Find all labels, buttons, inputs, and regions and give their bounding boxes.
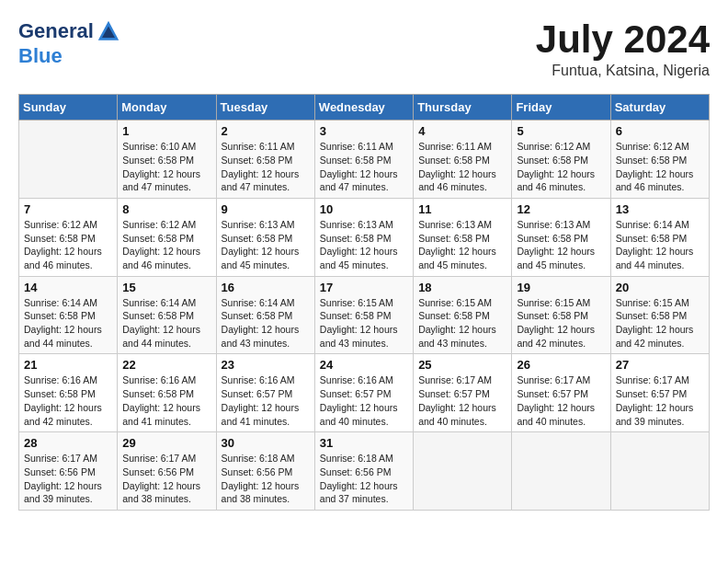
- calendar-week-2: 7Sunrise: 6:12 AMSunset: 6:58 PMDaylight…: [19, 198, 710, 276]
- day-info: Sunrise: 6:18 AMSunset: 6:56 PMDaylight:…: [320, 452, 408, 506]
- calendar-cell: 16Sunrise: 6:14 AMSunset: 6:58 PMDayligh…: [216, 276, 314, 354]
- day-info: Sunrise: 6:17 AMSunset: 6:56 PMDaylight:…: [122, 452, 210, 506]
- day-info: Sunrise: 6:15 AMSunset: 6:58 PMDaylight:…: [616, 296, 704, 350]
- day-of-week-monday: Monday: [118, 95, 216, 121]
- calendar-cell: 31Sunrise: 6:18 AMSunset: 6:56 PMDayligh…: [314, 432, 413, 511]
- day-of-week-friday: Friday: [512, 95, 610, 121]
- calendar-cell: 27Sunrise: 6:17 AMSunset: 6:57 PMDayligh…: [610, 354, 709, 432]
- calendar-cell: 12Sunrise: 6:13 AMSunset: 6:58 PMDayligh…: [512, 198, 610, 276]
- day-number: 7: [24, 202, 112, 216]
- logo-icon: [96, 18, 121, 44]
- calendar-cell: 19Sunrise: 6:15 AMSunset: 6:58 PMDayligh…: [512, 276, 610, 354]
- day-info: Sunrise: 6:15 AMSunset: 6:58 PMDaylight:…: [517, 296, 605, 350]
- day-info: Sunrise: 6:11 AMSunset: 6:58 PMDaylight:…: [222, 140, 310, 194]
- calendar-cell: 21Sunrise: 6:16 AMSunset: 6:58 PMDayligh…: [19, 354, 118, 432]
- calendar-cell: 3Sunrise: 6:11 AMSunset: 6:58 PMDaylight…: [314, 121, 413, 199]
- day-number: 6: [616, 124, 704, 138]
- day-info: Sunrise: 6:13 AMSunset: 6:58 PMDaylight:…: [222, 218, 310, 272]
- page-header: General Blue July 2024 Funtua, Katsina, …: [18, 18, 710, 79]
- calendar-cell: [610, 432, 709, 511]
- calendar-cell: 7Sunrise: 6:12 AMSunset: 6:58 PMDaylight…: [19, 198, 118, 276]
- calendar-cell: 26Sunrise: 6:17 AMSunset: 6:57 PMDayligh…: [512, 354, 610, 432]
- day-info: Sunrise: 6:16 AMSunset: 6:58 PMDaylight:…: [122, 373, 210, 428]
- day-number: 28: [24, 436, 112, 450]
- calendar-cell: 24Sunrise: 6:16 AMSunset: 6:57 PMDayligh…: [314, 354, 413, 432]
- day-number: 1: [122, 124, 210, 138]
- day-number: 20: [616, 281, 704, 294]
- day-number: 24: [320, 358, 408, 372]
- calendar-cell: 23Sunrise: 6:16 AMSunset: 6:57 PMDayligh…: [216, 354, 314, 432]
- month-title: July 2024: [536, 18, 710, 61]
- calendar-cell: 20Sunrise: 6:15 AMSunset: 6:58 PMDayligh…: [610, 276, 709, 354]
- calendar-week-1: 1Sunrise: 6:10 AMSunset: 6:58 PMDaylight…: [19, 121, 710, 199]
- day-number: 22: [122, 358, 210, 372]
- calendar-cell: 28Sunrise: 6:17 AMSunset: 6:56 PMDayligh…: [19, 432, 118, 511]
- calendar-body: 1Sunrise: 6:10 AMSunset: 6:58 PMDaylight…: [19, 121, 710, 511]
- day-number: 31: [320, 436, 408, 450]
- day-number: 26: [517, 358, 605, 372]
- calendar-cell: 30Sunrise: 6:18 AMSunset: 6:56 PMDayligh…: [216, 432, 314, 511]
- day-info: Sunrise: 6:16 AMSunset: 6:57 PMDaylight:…: [222, 373, 310, 428]
- day-number: 16: [222, 281, 310, 294]
- day-info: Sunrise: 6:14 AMSunset: 6:58 PMDaylight:…: [616, 218, 704, 272]
- calendar-cell: 6Sunrise: 6:12 AMSunset: 6:58 PMDaylight…: [610, 121, 709, 199]
- calendar-week-5: 28Sunrise: 6:17 AMSunset: 6:56 PMDayligh…: [19, 432, 710, 511]
- day-number: 4: [418, 124, 506, 138]
- calendar-cell: 4Sunrise: 6:11 AMSunset: 6:58 PMDaylight…: [414, 121, 512, 199]
- day-number: 3: [320, 124, 408, 138]
- day-info: Sunrise: 6:13 AMSunset: 6:58 PMDaylight:…: [517, 218, 605, 272]
- logo-blue-text: Blue: [18, 44, 63, 67]
- day-info: Sunrise: 6:17 AMSunset: 6:57 PMDaylight:…: [616, 373, 704, 428]
- day-number: 14: [24, 281, 112, 294]
- day-number: 10: [320, 202, 408, 216]
- day-info: Sunrise: 6:14 AMSunset: 6:58 PMDaylight:…: [122, 296, 210, 350]
- day-info: Sunrise: 6:18 AMSunset: 6:56 PMDaylight:…: [222, 452, 310, 506]
- calendar-cell: 8Sunrise: 6:12 AMSunset: 6:58 PMDaylight…: [118, 198, 216, 276]
- calendar-cell: 11Sunrise: 6:13 AMSunset: 6:58 PMDayligh…: [414, 198, 512, 276]
- calendar-cell: 18Sunrise: 6:15 AMSunset: 6:58 PMDayligh…: [414, 276, 512, 354]
- day-number: 8: [122, 202, 210, 216]
- day-number: 17: [320, 281, 408, 294]
- day-number: 25: [418, 358, 506, 372]
- calendar-cell: 29Sunrise: 6:17 AMSunset: 6:56 PMDayligh…: [118, 432, 216, 511]
- day-info: Sunrise: 6:12 AMSunset: 6:58 PMDaylight:…: [24, 218, 112, 272]
- day-number: 2: [222, 124, 310, 138]
- title-area: July 2024 Funtua, Katsina, Nigeria: [536, 18, 710, 79]
- calendar-cell: 22Sunrise: 6:16 AMSunset: 6:58 PMDayligh…: [118, 354, 216, 432]
- day-info: Sunrise: 6:14 AMSunset: 6:58 PMDaylight:…: [24, 296, 112, 350]
- day-number: 18: [418, 281, 506, 294]
- calendar-cell: 1Sunrise: 6:10 AMSunset: 6:58 PMDaylight…: [118, 121, 216, 199]
- calendar-cell: 5Sunrise: 6:12 AMSunset: 6:58 PMDaylight…: [512, 121, 610, 199]
- day-info: Sunrise: 6:16 AMSunset: 6:57 PMDaylight:…: [320, 373, 408, 428]
- day-info: Sunrise: 6:17 AMSunset: 6:56 PMDaylight:…: [24, 452, 112, 506]
- calendar-table: SundayMondayTuesdayWednesdayThursdayFrid…: [18, 94, 710, 511]
- calendar-cell: 15Sunrise: 6:14 AMSunset: 6:58 PMDayligh…: [118, 276, 216, 354]
- day-number: 5: [517, 124, 605, 138]
- calendar-cell: 14Sunrise: 6:14 AMSunset: 6:58 PMDayligh…: [19, 276, 118, 354]
- day-info: Sunrise: 6:14 AMSunset: 6:58 PMDaylight:…: [222, 296, 310, 350]
- day-info: Sunrise: 6:11 AMSunset: 6:58 PMDaylight:…: [418, 140, 506, 194]
- day-info: Sunrise: 6:13 AMSunset: 6:58 PMDaylight:…: [418, 218, 506, 272]
- day-info: Sunrise: 6:15 AMSunset: 6:58 PMDaylight:…: [418, 296, 506, 350]
- day-number: 15: [122, 281, 210, 294]
- calendar-header-row: SundayMondayTuesdayWednesdayThursdayFrid…: [19, 95, 710, 121]
- day-info: Sunrise: 6:10 AMSunset: 6:58 PMDaylight:…: [122, 140, 210, 194]
- logo-general: General: [18, 19, 94, 43]
- day-number: 19: [517, 281, 605, 294]
- day-info: Sunrise: 6:11 AMSunset: 6:58 PMDaylight:…: [320, 140, 408, 194]
- day-number: 11: [418, 202, 506, 216]
- day-info: Sunrise: 6:12 AMSunset: 6:58 PMDaylight:…: [122, 218, 210, 272]
- day-info: Sunrise: 6:12 AMSunset: 6:58 PMDaylight:…: [517, 140, 605, 194]
- day-number: 23: [222, 358, 310, 372]
- day-number: 9: [222, 202, 310, 216]
- location: Funtua, Katsina, Nigeria: [536, 63, 710, 79]
- day-of-week-saturday: Saturday: [610, 95, 709, 121]
- calendar-cell: 9Sunrise: 6:13 AMSunset: 6:58 PMDaylight…: [216, 198, 314, 276]
- calendar-cell: 25Sunrise: 6:17 AMSunset: 6:57 PMDayligh…: [414, 354, 512, 432]
- day-number: 13: [616, 202, 704, 216]
- day-info: Sunrise: 6:17 AMSunset: 6:57 PMDaylight:…: [418, 373, 506, 428]
- calendar-cell: [19, 121, 118, 199]
- day-of-week-sunday: Sunday: [19, 95, 118, 121]
- day-of-week-tuesday: Tuesday: [216, 95, 314, 121]
- day-number: 12: [517, 202, 605, 216]
